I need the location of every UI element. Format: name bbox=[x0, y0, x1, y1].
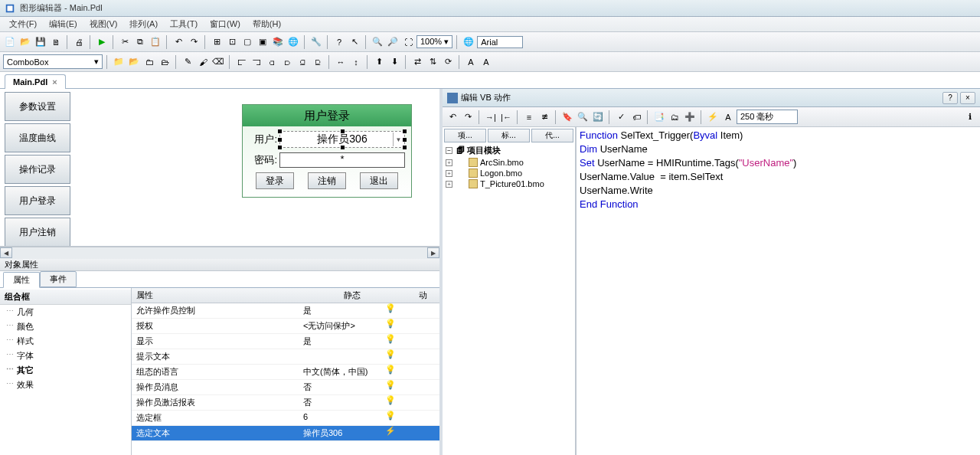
flip-h-icon[interactable]: ⇄ bbox=[410, 55, 424, 69]
zoomout-icon[interactable]: 🔎 bbox=[386, 35, 400, 49]
prop-row[interactable]: 授权<无访问保护>💡 bbox=[132, 319, 439, 334]
design-canvas[interactable]: 参数设置 温度曲线 操作记录 用户登录 用户注销 用户登录 用户: 操作员306… bbox=[0, 89, 439, 247]
expand-icon[interactable]: + bbox=[446, 159, 452, 166]
text1-icon[interactable]: A bbox=[464, 55, 478, 69]
obj-icon[interactable]: 🗂 bbox=[668, 110, 681, 124]
side-btn-params[interactable]: 参数设置 bbox=[5, 92, 70, 121]
prop-row[interactable]: 显示是💡 bbox=[132, 334, 439, 349]
outdent-icon[interactable]: |← bbox=[499, 110, 513, 124]
tree-tab-project[interactable]: 项... bbox=[444, 129, 486, 142]
tree-style[interactable]: 样式 bbox=[0, 334, 131, 349]
menu-tools[interactable]: 工具(T) bbox=[164, 17, 204, 31]
scroll-right-icon[interactable]: ▶ bbox=[427, 247, 439, 258]
uncomment-icon[interactable]: ≢ bbox=[537, 110, 551, 124]
check-icon[interactable]: ✓ bbox=[614, 110, 628, 124]
trig-icon[interactable]: ⚡ bbox=[706, 110, 720, 124]
saveall-icon[interactable]: 🗎 bbox=[49, 35, 63, 49]
password-field[interactable]: * bbox=[279, 152, 405, 168]
code-editor[interactable]: Function SelText_Trigger(Byval Item) Dim… bbox=[576, 127, 980, 455]
zoomfit-icon[interactable]: ⛶ bbox=[401, 35, 415, 49]
pen-icon[interactable]: ✎ bbox=[181, 55, 194, 69]
ref-icon[interactable]: 📑 bbox=[652, 110, 666, 124]
tree-tab-std[interactable]: 标... bbox=[488, 129, 530, 142]
vb-redo-icon[interactable]: ↷ bbox=[461, 110, 475, 124]
side-btn-login[interactable]: 用户登录 bbox=[5, 186, 70, 215]
snap-icon[interactable]: ⊡ bbox=[225, 35, 239, 49]
prop-row[interactable]: 选定文本操作员306⚡ bbox=[132, 426, 439, 441]
back-icon[interactable]: ⬇ bbox=[387, 55, 401, 69]
help-icon[interactable]: ? bbox=[332, 35, 346, 49]
side-btn-logout[interactable]: 用户注销 bbox=[5, 218, 70, 247]
new-icon[interactable]: 📄 bbox=[3, 35, 17, 49]
tag-icon[interactable]: 🏷 bbox=[629, 110, 643, 124]
flip-v-icon[interactable]: ⇅ bbox=[426, 55, 439, 69]
copy-icon[interactable]: ⧉ bbox=[133, 35, 147, 49]
front-icon[interactable]: ⬆ bbox=[372, 55, 386, 69]
font-icon[interactable]: A bbox=[721, 110, 735, 124]
lang-icon[interactable]: 🌐 bbox=[462, 35, 475, 49]
rotate-icon[interactable]: ⟳ bbox=[441, 55, 455, 69]
scroll-left-icon[interactable]: ◀ bbox=[0, 247, 12, 258]
logout-button[interactable]: 注销 bbox=[308, 172, 346, 189]
tree-misc[interactable]: 其它 bbox=[0, 363, 131, 378]
menu-view[interactable]: 视图(V) bbox=[83, 17, 124, 31]
menu-arrange[interactable]: 排列(A) bbox=[123, 17, 164, 31]
print-icon[interactable]: 🖨 bbox=[72, 35, 86, 49]
tab-events[interactable]: 事件 bbox=[40, 271, 77, 287]
tree-effects[interactable]: 效果 bbox=[0, 378, 131, 392]
brush-icon[interactable]: 🖌 bbox=[196, 55, 210, 69]
chevron-down-icon[interactable]: ▼ bbox=[393, 133, 403, 146]
close-button[interactable]: × bbox=[960, 92, 975, 104]
lib-icon[interactable]: 📚 bbox=[271, 35, 285, 49]
comment-icon[interactable]: ≡ bbox=[522, 110, 536, 124]
zoom-combo[interactable]: 100% ▾ bbox=[416, 35, 452, 48]
folder2-icon[interactable]: 📂 bbox=[127, 55, 141, 69]
tree-root[interactable]: − 🗐 项目模块 bbox=[444, 144, 573, 157]
grid-icon[interactable]: ⊞ bbox=[210, 35, 224, 49]
open-icon[interactable]: 📂 bbox=[18, 35, 32, 49]
exit-button[interactable]: 退出 bbox=[360, 172, 398, 189]
close-icon[interactable]: × bbox=[52, 77, 57, 87]
help-button[interactable]: ? bbox=[942, 92, 958, 104]
align-t-icon[interactable]: ⫐ bbox=[280, 55, 294, 69]
prop-row[interactable]: 选定框6💡 bbox=[132, 411, 439, 426]
text2-icon[interactable]: A bbox=[479, 55, 493, 69]
user-combobox[interactable]: 操作员306 ▼ bbox=[279, 131, 405, 148]
expand-icon[interactable]: + bbox=[446, 170, 452, 177]
prop-row[interactable]: 操作员消息否💡 bbox=[132, 380, 439, 395]
side-btn-oplog[interactable]: 操作记录 bbox=[5, 155, 70, 184]
align-l-icon[interactable]: ⫍ bbox=[234, 55, 248, 69]
login-button[interactable]: 登录 bbox=[256, 172, 294, 189]
tree-colors[interactable]: 颜色 bbox=[0, 319, 131, 334]
pointer-icon[interactable]: ↖ bbox=[348, 35, 361, 49]
side-btn-temp[interactable]: 温度曲线 bbox=[5, 123, 70, 152]
font-combo[interactable]: Arial bbox=[477, 36, 523, 48]
align-m-icon[interactable]: ⫑ bbox=[296, 55, 309, 69]
paste-icon[interactable]: 📋 bbox=[149, 35, 162, 49]
add-icon[interactable]: ➕ bbox=[683, 110, 697, 124]
tree-file[interactable]: +ArcSin.bmo bbox=[444, 157, 573, 168]
dist-h-icon[interactable]: ↔ bbox=[334, 55, 348, 69]
info-icon[interactable]: ℹ bbox=[963, 110, 977, 124]
document-tab[interactable]: Main.Pdl × bbox=[5, 74, 66, 89]
dist-v-icon[interactable]: ↕ bbox=[349, 55, 363, 69]
tree-geometry[interactable]: 几何 bbox=[0, 305, 131, 319]
indent-icon[interactable]: →| bbox=[484, 110, 498, 124]
layer1-icon[interactable]: ▢ bbox=[240, 35, 254, 49]
collapse-icon[interactable]: − bbox=[446, 147, 452, 154]
menu-file[interactable]: 文件(F) bbox=[3, 17, 43, 31]
prop-row[interactable]: 组态的语言中文(简体，中国)💡 bbox=[132, 365, 439, 380]
bookmark-icon[interactable]: 🔖 bbox=[560, 110, 574, 124]
h-scrollbar[interactable]: ◀ ▶ bbox=[0, 247, 439, 259]
play-icon[interactable]: ▶ bbox=[95, 35, 109, 49]
save-icon[interactable]: 💾 bbox=[34, 35, 47, 49]
tree-tab-code[interactable]: 代... bbox=[531, 129, 573, 142]
tree-file[interactable]: +Logon.bmo bbox=[444, 168, 573, 178]
menu-edit[interactable]: 编辑(E) bbox=[43, 17, 83, 31]
prop-row[interactable]: 操作员激活报表否💡 bbox=[132, 395, 439, 411]
folder4-icon[interactable]: 🗁 bbox=[158, 55, 172, 69]
tab-properties[interactable]: 属性 bbox=[3, 272, 40, 288]
zoomin-icon[interactable]: 🔍 bbox=[371, 35, 384, 49]
tree-font[interactable]: 字体 bbox=[0, 349, 131, 363]
find-icon[interactable]: 🔍 bbox=[576, 110, 590, 124]
